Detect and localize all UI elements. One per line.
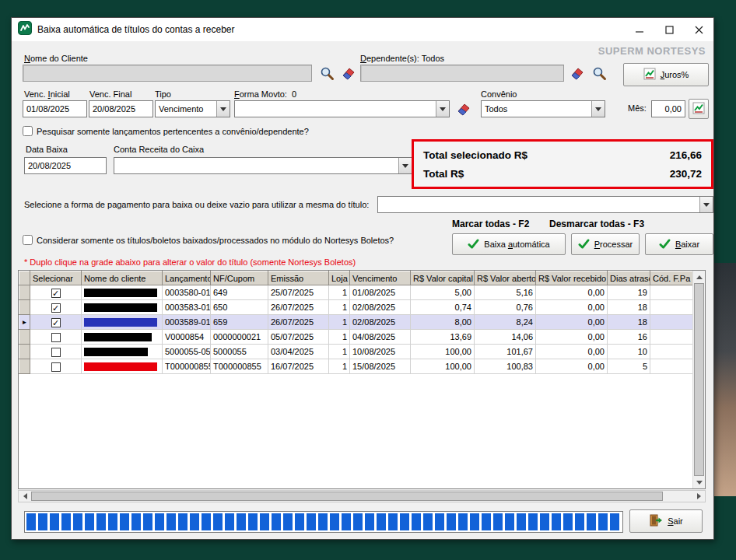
row-checkbox[interactable]: ✓ — [51, 289, 61, 298]
grid-column-header[interactable]: Emissão — [268, 271, 329, 285]
cell-dias_atraso[interactable]: 18 — [608, 300, 650, 315]
cell-cod_fpa[interactable] — [650, 315, 693, 330]
clear-forma-movto-eraser-icon[interactable] — [455, 100, 472, 117]
grid-row[interactable]: ►✓0003589-0165926/07/2025102/08/20258,00… — [19, 315, 693, 330]
convenio-dropdown-arrow-icon[interactable] — [591, 101, 605, 117]
cell-loja[interactable]: 1 — [329, 300, 350, 315]
cell-cod_fpa[interactable] — [650, 359, 693, 374]
forma-movto-select[interactable] — [234, 100, 450, 117]
cell-valor_aberto[interactable]: 14,06 — [475, 330, 536, 345]
row-select-cell[interactable] — [30, 359, 82, 374]
grid-row[interactable]: V0000854000000002105/07/2025104/08/20251… — [19, 330, 693, 345]
processar-button[interactable]: Processar — [571, 233, 640, 255]
cell-nf_cupom[interactable]: 649 — [211, 285, 268, 300]
payment-dropdown-arrow-icon[interactable] — [699, 197, 713, 212]
grid-column-header[interactable]: R$ Valor recebido — [536, 271, 608, 285]
payment-select[interactable] — [377, 196, 713, 213]
row-checkbox[interactable] — [51, 333, 61, 342]
row-select-cell[interactable]: ✓ — [30, 300, 82, 315]
cell-valor_capital[interactable]: 100,00 — [411, 345, 475, 359]
conta-receita-dropdown-arrow-icon[interactable] — [398, 158, 412, 173]
row-checkbox[interactable]: ✓ — [51, 303, 61, 313]
cell-valor_aberto[interactable]: 101,67 — [475, 345, 536, 359]
cell-valor_recebido[interactable]: 0,00 — [536, 315, 608, 330]
grid-row[interactable]: ✓0003583-0165026/07/2025102/08/20250,740… — [19, 300, 693, 315]
conta-receita-select[interactable] — [114, 157, 412, 174]
cell-vencimento[interactable]: 10/08/2025 — [350, 345, 411, 359]
cell-valor_aberto[interactable]: 0,76 — [475, 300, 536, 315]
row-checkbox[interactable]: ✓ — [51, 318, 61, 327]
cell-valor_recebido[interactable]: 0,00 — [536, 330, 608, 345]
grid-horizontal-scrollbar[interactable] — [18, 490, 706, 502]
titlebar[interactable]: Baixa automática de títulos do contas a … — [12, 18, 713, 41]
cell-nf_cupom[interactable]: 650 — [211, 300, 268, 315]
cell-valor_recebido[interactable]: 0,00 — [536, 300, 608, 315]
cell-lancamento[interactable]: V0000854 — [163, 330, 211, 345]
cell-valor_capital[interactable]: 8,00 — [411, 315, 475, 330]
cell-cod_fpa[interactable] — [650, 330, 693, 345]
venc-inicial-input[interactable] — [23, 100, 87, 117]
search-dependents-icon[interactable] — [591, 65, 608, 82]
minimize-button[interactable] — [625, 18, 654, 41]
row-select-cell[interactable] — [30, 330, 82, 345]
search-client-icon[interactable] — [318, 65, 335, 82]
row-select-cell[interactable]: ✓ — [30, 285, 82, 300]
cell-loja[interactable]: 1 — [329, 285, 350, 300]
clear-dependents-eraser-icon[interactable] — [569, 65, 586, 82]
cell-lancamento[interactable]: 5000055-05 — [163, 345, 211, 359]
clear-client-eraser-icon[interactable] — [340, 65, 357, 82]
client-name-cell[interactable] — [82, 300, 163, 315]
grid-column-header[interactable]: R$ Valor capital — [411, 271, 475, 285]
cell-lancamento[interactable]: 0003583-01 — [163, 300, 211, 315]
grid-column-header[interactable]: Nome do cliente — [82, 271, 163, 285]
cell-valor_recebido[interactable]: 0,00 — [536, 285, 608, 300]
cell-nf_cupom[interactable]: 0000000021 — [211, 330, 268, 345]
grid-column-header[interactable]: Cód. F.Pa — [650, 271, 693, 285]
cell-emissao[interactable]: 26/07/2025 — [268, 315, 329, 330]
cell-nf_cupom[interactable]: T000000855 — [211, 359, 268, 374]
client-name-cell[interactable] — [82, 285, 163, 300]
cell-dias_atraso[interactable]: 5 — [608, 359, 650, 374]
cell-emissao[interactable]: 26/07/2025 — [268, 300, 329, 315]
cell-valor_recebido[interactable]: 0,00 — [536, 359, 608, 374]
maximize-button[interactable] — [654, 18, 684, 41]
cell-vencimento[interactable]: 02/08/2025 — [350, 315, 411, 330]
pesquisar-convenio-checkbox-row[interactable]: Pesquisar somente lançamentos pertencent… — [23, 126, 309, 136]
scroll-right-icon[interactable] — [692, 491, 705, 502]
cell-vencimento[interactable]: 02/08/2025 — [350, 300, 411, 315]
grid-column-header[interactable]: Loja — [329, 271, 350, 285]
cell-lancamento[interactable]: 0003580-01 — [163, 285, 211, 300]
client-name-cell[interactable] — [82, 315, 163, 330]
cell-emissao[interactable]: 25/07/2025 — [268, 285, 329, 300]
row-select-cell[interactable] — [30, 345, 82, 359]
cell-valor_aberto[interactable]: 8,24 — [475, 315, 536, 330]
cell-emissao[interactable]: 05/07/2025 — [268, 330, 329, 345]
vertical-scroll-thumb[interactable] — [694, 283, 704, 476]
cell-dias_atraso[interactable]: 18 — [608, 315, 650, 330]
cell-valor_capital[interactable]: 100,00 — [411, 359, 475, 374]
grid-column-header[interactable]: Lançamento — [163, 271, 211, 285]
cell-cod_fpa[interactable] — [650, 300, 693, 315]
baixar-button[interactable]: Baixar — [645, 233, 713, 255]
cell-dias_atraso[interactable]: 19 — [608, 285, 650, 300]
grid-column-header[interactable]: NF/Cupom — [211, 271, 268, 285]
convenio-select[interactable]: Todos — [481, 100, 605, 117]
cell-valor_capital[interactable]: 5,00 — [411, 285, 475, 300]
cell-valor_aberto[interactable]: 5,16 — [475, 285, 536, 300]
cell-dias_atraso[interactable]: 16 — [608, 330, 650, 345]
cell-dias_atraso[interactable]: 10 — [608, 345, 650, 359]
grid-row[interactable]: ✓0003580-0164925/07/2025101/08/20255,005… — [19, 285, 693, 300]
client-name-cell[interactable] — [82, 359, 163, 374]
mes-input[interactable] — [651, 100, 685, 117]
grid-column-header[interactable]: Dias atraso — [608, 271, 650, 285]
cell-vencimento[interactable]: 04/08/2025 — [350, 330, 411, 345]
row-checkbox[interactable] — [51, 362, 61, 372]
cell-loja[interactable]: 1 — [329, 330, 350, 345]
cell-loja[interactable]: 1 — [329, 345, 350, 359]
cell-lancamento[interactable]: 0003589-01 — [163, 315, 211, 330]
cell-valor_capital[interactable]: 13,69 — [411, 330, 475, 345]
considerar-boletos-checkbox[interactable] — [23, 235, 33, 245]
cell-cod_fpa[interactable] — [650, 285, 693, 300]
cell-valor_aberto[interactable]: 100,83 — [475, 359, 536, 374]
forma-movto-dropdown-arrow-icon[interactable] — [436, 101, 449, 117]
